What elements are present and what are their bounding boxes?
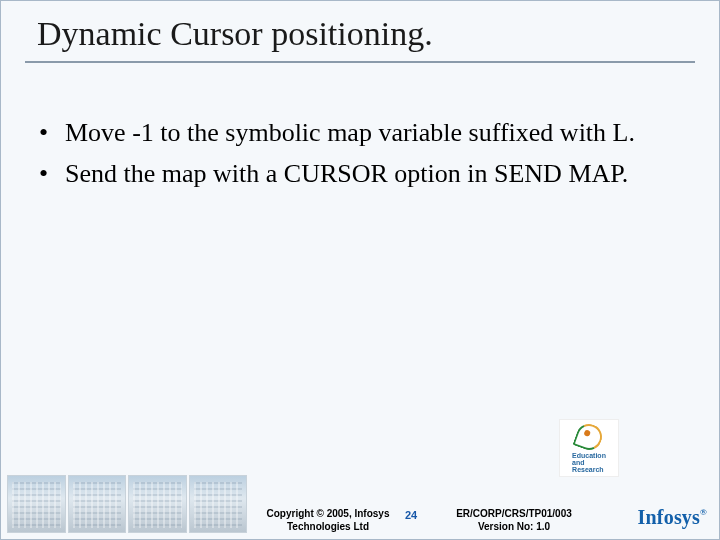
edu-line: and bbox=[572, 459, 584, 466]
education-research-logo: Education and Research bbox=[559, 419, 619, 477]
content-area: Move -1 to the symbolic map variable suf… bbox=[1, 63, 719, 190]
edu-line: Research bbox=[572, 466, 604, 473]
copyright-line: Technologies Ltd bbox=[253, 521, 403, 534]
bullet-list: Move -1 to the symbolic map variable suf… bbox=[37, 117, 683, 190]
building-image bbox=[68, 475, 127, 533]
infosys-text: Infosys bbox=[638, 506, 701, 528]
bullet-item: Move -1 to the symbolic map variable suf… bbox=[37, 117, 683, 150]
bullet-item: Send the map with a CURSOR option in SEN… bbox=[37, 158, 683, 191]
registered-icon: ® bbox=[700, 507, 707, 517]
slide-title: Dynamic Cursor positioning. bbox=[1, 1, 719, 61]
docref-block: ER/CORP/CRS/TP01/003 Version No: 1.0 bbox=[449, 508, 579, 533]
building-image bbox=[189, 475, 248, 533]
version-no: Version No: 1.0 bbox=[449, 521, 579, 534]
decorative-buildings bbox=[7, 475, 247, 533]
infosys-logo: Infosys® bbox=[638, 506, 707, 529]
footer: Copyright © 2005, Infosys Technologies L… bbox=[1, 461, 719, 539]
copyright-block: Copyright © 2005, Infosys Technologies L… bbox=[253, 508, 403, 533]
building-image bbox=[7, 475, 66, 533]
copyright-line: Copyright © 2005, Infosys bbox=[253, 508, 403, 521]
edu-logo-text: Education and Research bbox=[572, 452, 606, 473]
page-number: 24 bbox=[405, 509, 417, 521]
building-image bbox=[128, 475, 187, 533]
slide: Dynamic Cursor positioning. Move -1 to t… bbox=[1, 1, 719, 539]
edu-line: Education bbox=[572, 452, 606, 459]
doc-ref: ER/CORP/CRS/TP01/003 bbox=[449, 508, 579, 521]
swirl-icon bbox=[572, 420, 605, 453]
